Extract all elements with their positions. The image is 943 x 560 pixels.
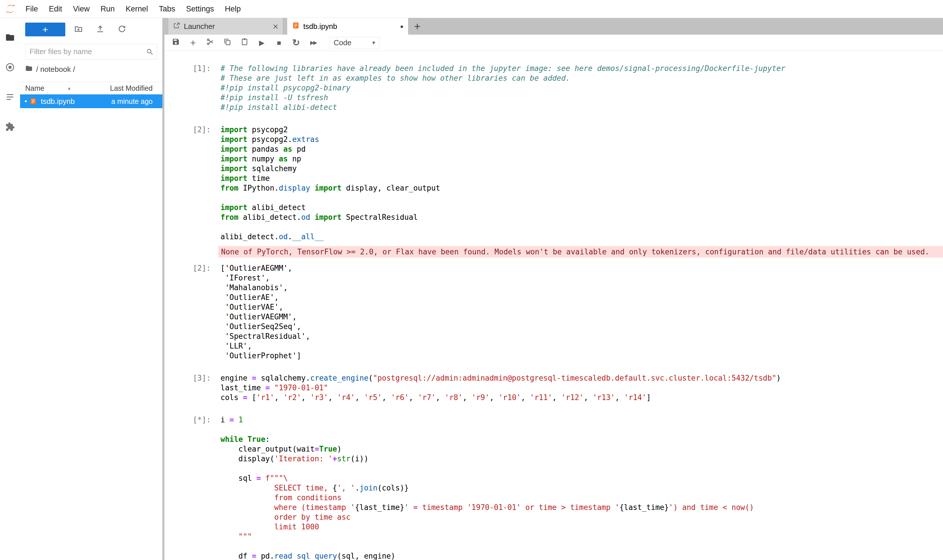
notebook-icon bbox=[292, 22, 300, 31]
menu-item-view[interactable]: View bbox=[68, 0, 95, 18]
breadcrumb[interactable]: / notebook / bbox=[20, 63, 162, 75]
sort-ascending-icon: ▲ bbox=[67, 86, 71, 91]
tab-label: tsdb.ipynb bbox=[303, 22, 337, 31]
code-cell[interactable]: [2]:import psycopg2import psycopg2.extra… bbox=[164, 125, 943, 242]
tab-label: Launcher bbox=[184, 22, 215, 31]
code-cell[interactable]: [*]:i = 1 while True: clear_output(wait=… bbox=[164, 415, 943, 560]
interrupt-kernel-button[interactable]: ■ bbox=[273, 37, 285, 48]
code-editor[interactable]: # The following libraries have already b… bbox=[218, 63, 943, 112]
restart-kernel-button[interactable]: ↻ bbox=[290, 37, 302, 48]
sidebar-tab-extensions[interactable] bbox=[0, 112, 20, 142]
menu-item-help[interactable]: Help bbox=[219, 0, 246, 18]
chevron-down-icon: ▾ bbox=[372, 39, 375, 46]
sidebar-tab-running[interactable] bbox=[0, 53, 20, 83]
new-folder-button[interactable] bbox=[72, 23, 85, 36]
cell-prompt: [2]: bbox=[164, 125, 218, 242]
cut-cell-button[interactable] bbox=[204, 37, 216, 48]
cell-type-label: Code bbox=[333, 38, 351, 47]
tab-launcher[interactable]: Launcher × bbox=[168, 18, 283, 35]
search-icon bbox=[146, 48, 153, 55]
activity-sidebar bbox=[0, 18, 20, 560]
run-icon: ▶ bbox=[259, 38, 264, 47]
code-cell[interactable]: [3]:engine = sqlalchemy.create_engine("p… bbox=[164, 373, 943, 402]
file-name: tsdb.ipynb bbox=[41, 97, 111, 106]
file-modified: a minute ago bbox=[111, 97, 153, 106]
floppy-icon bbox=[172, 38, 180, 48]
refresh-button[interactable] bbox=[115, 23, 129, 36]
menu-item-run[interactable]: Run bbox=[95, 0, 120, 18]
refresh-icon bbox=[118, 25, 126, 34]
menu-bar: File Edit View Run Kernel Tabs Settings … bbox=[0, 0, 943, 18]
copy-icon bbox=[223, 38, 232, 48]
stderr-output: None of PyTorch, TensorFlow >= 2.0, or F… bbox=[164, 246, 943, 257]
fast-forward-icon: ▶▶ bbox=[310, 40, 316, 46]
menu-item-kernel[interactable]: Kernel bbox=[120, 0, 153, 18]
filter-files-input[interactable] bbox=[25, 47, 146, 56]
file-listing-header: Name ▲ Last Modified bbox=[20, 82, 162, 94]
main-workspace: Launcher × tsdb.ipynb ● + + bbox=[164, 18, 943, 560]
restart-run-all-button[interactable]: ▶▶ bbox=[307, 37, 319, 48]
table-of-contents-icon bbox=[5, 92, 15, 103]
code-editor[interactable]: i = 1 while True: clear_output(wait=True… bbox=[218, 415, 943, 560]
tab-notebook[interactable]: tsdb.ipynb ● bbox=[287, 18, 408, 35]
notebook-cells: [1]:# The following libraries have alrea… bbox=[164, 63, 943, 560]
stderr-message: None of PyTorch, TensorFlow >= 2.0, or F… bbox=[218, 246, 943, 257]
new-folder-icon bbox=[74, 25, 83, 34]
breadcrumb-path: / notebook / bbox=[36, 65, 75, 74]
copy-cell-button[interactable] bbox=[222, 37, 233, 48]
home-folder-icon bbox=[25, 65, 32, 74]
code-cell[interactable]: [1]:# The following libraries have alrea… bbox=[164, 63, 943, 112]
paste-cell-button[interactable] bbox=[239, 37, 250, 48]
plus-icon: + bbox=[42, 24, 48, 35]
run-button[interactable]: ▶ bbox=[256, 37, 267, 48]
column-name[interactable]: Name bbox=[25, 84, 45, 92]
scissors-icon bbox=[206, 38, 214, 48]
menu-item-tabs[interactable]: Tabs bbox=[153, 0, 181, 18]
cell-prompt: [*]: bbox=[164, 415, 218, 560]
tab-close-button[interactable]: × bbox=[273, 22, 278, 31]
cell-prompt: [3]: bbox=[164, 373, 218, 402]
restart-icon: ↻ bbox=[292, 37, 300, 48]
filter-files-box bbox=[25, 44, 157, 60]
upload-icon bbox=[96, 25, 105, 34]
add-cell-button[interactable]: + bbox=[187, 37, 199, 48]
file-browser-toolbar: + bbox=[20, 23, 162, 36]
cell-prompt: [2]: bbox=[164, 263, 218, 360]
menu-item-file[interactable]: File bbox=[20, 0, 43, 18]
file-row[interactable]: • tsdb.ipynb a minute ago bbox=[20, 94, 162, 108]
unsaved-bullet-icon: • bbox=[25, 97, 27, 105]
notebook-toolbar: + ▶ ■ bbox=[164, 35, 943, 51]
file-browser: + bbox=[20, 18, 162, 560]
tab-bar: Launcher × tsdb.ipynb ● + bbox=[164, 18, 943, 35]
new-tab-button[interactable]: + bbox=[411, 20, 424, 33]
sidebar-tab-toc[interactable] bbox=[0, 83, 20, 112]
dirty-dot-icon[interactable]: ● bbox=[400, 23, 403, 29]
puzzle-icon bbox=[5, 122, 15, 133]
stop-icon: ■ bbox=[276, 38, 281, 47]
plus-icon: + bbox=[414, 20, 420, 32]
output-text: ['OutlierAEGMM', 'IForest', 'Mahalanobis… bbox=[218, 263, 943, 360]
sidebar-tab-files[interactable] bbox=[0, 23, 20, 53]
menu-item-settings[interactable]: Settings bbox=[181, 0, 220, 18]
code-editor[interactable]: import psycopg2import psycopg2.extrasimp… bbox=[218, 125, 943, 242]
launcher-icon bbox=[173, 22, 181, 31]
column-last-modified[interactable]: Last Modified bbox=[110, 84, 153, 92]
menu-item-edit[interactable]: Edit bbox=[43, 0, 68, 18]
upload-button[interactable] bbox=[93, 23, 107, 36]
folder-icon bbox=[5, 32, 15, 43]
cell-output-area: [2]:['OutlierAEGMM', 'IForest', 'Mahalan… bbox=[164, 263, 943, 360]
cell-prompt: [1]: bbox=[164, 63, 218, 112]
stop-circle-icon bbox=[5, 62, 15, 73]
notebook-panel: [1]:# The following libraries have alrea… bbox=[164, 51, 943, 560]
cell-type-dropdown[interactable]: Code ▾ bbox=[329, 37, 380, 48]
code-editor[interactable]: engine = sqlalchemy.create_engine("postg… bbox=[218, 373, 943, 402]
jupyter-logo-icon bbox=[5, 3, 16, 15]
cell-prompt bbox=[164, 246, 218, 257]
save-button[interactable] bbox=[170, 37, 182, 48]
new-launcher-button[interactable]: + bbox=[25, 23, 65, 36]
clipboard-icon bbox=[241, 38, 248, 48]
notebook-file-icon bbox=[29, 97, 37, 105]
panel-resize-handle[interactable] bbox=[162, 18, 164, 560]
plus-icon: + bbox=[190, 37, 196, 48]
